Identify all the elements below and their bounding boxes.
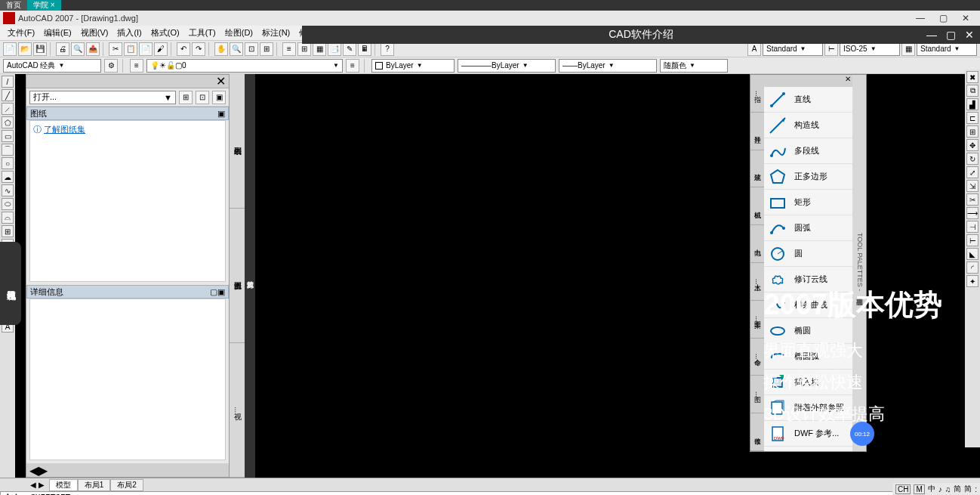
scale-icon[interactable]: ⤢: [966, 166, 978, 178]
ellipse-icon[interactable]: ⬭: [2, 198, 14, 210]
fillet-icon[interactable]: ◜: [966, 261, 978, 274]
tool-arc[interactable]: 圆弧: [764, 215, 852, 241]
vtab-sheet-list[interactable]: 图纸列表: [230, 74, 245, 209]
move-icon[interactable]: ✥: [966, 139, 978, 151]
array-icon[interactable]: ⊞: [966, 125, 978, 138]
close-button[interactable]: ✕: [954, 11, 977, 26]
sheet-tool1-button[interactable]: ⊞: [179, 91, 193, 104]
menu-dimension[interactable]: 标注(N): [257, 27, 294, 39]
autohide-left-icon[interactable]: ◀▶: [29, 463, 48, 478]
layer-props-button[interactable]: ≡: [130, 59, 143, 73]
arc-icon[interactable]: ⌒: [2, 144, 14, 156]
revcloud-icon[interactable]: ☁: [2, 171, 14, 183]
mirror-icon[interactable]: ▟: [966, 98, 978, 110]
trim-icon[interactable]: ✂: [966, 193, 978, 206]
workspace-settings-button[interactable]: ⚙: [104, 59, 118, 73]
calc-button[interactable]: 🖩: [358, 42, 371, 56]
tool-polygon[interactable]: 正多边形: [764, 164, 852, 190]
ptab-4[interactable]: 电力: [750, 225, 764, 263]
plotstyle-combo[interactable]: 随颜色▼: [660, 59, 728, 73]
minimize-button[interactable]: —: [909, 11, 932, 26]
explode-icon[interactable]: ✦: [966, 275, 978, 287]
match-button[interactable]: 🖌: [154, 42, 168, 56]
menu-draw[interactable]: 绘图(D): [220, 27, 257, 39]
design-center-button[interactable]: ⊞: [297, 42, 311, 56]
sheet-open-combo[interactable]: 打开...▼: [29, 91, 176, 104]
text-style-icon[interactable]: A: [747, 42, 761, 56]
undo-button[interactable]: ↶: [177, 42, 190, 56]
print-button[interactable]: 🖨: [56, 42, 69, 56]
color-combo[interactable]: ByLayer▼: [371, 59, 455, 73]
preview-button[interactable]: 🔍: [71, 42, 85, 56]
sheet-tool2-button[interactable]: ⊡: [196, 91, 209, 104]
xline-icon[interactable]: ╱: [2, 89, 14, 101]
learn-sheet-sets-link[interactable]: 了解图纸集: [44, 125, 85, 134]
properties-button[interactable]: ≡: [282, 42, 296, 56]
browser-tab-home[interactable]: 首页: [0, 0, 27, 11]
palette-close-icon[interactable]: ✕: [845, 75, 851, 87]
menu-insert[interactable]: 插入(I): [112, 27, 146, 39]
menu-file[interactable]: 文件(F): [3, 27, 39, 39]
tool-xline[interactable]: 构造线: [764, 113, 852, 138]
tool-pline[interactable]: 多段线: [764, 138, 852, 164]
dim-style-icon[interactable]: ⊢: [824, 42, 838, 56]
lineweight-combo[interactable]: —— ByLayer▼: [559, 59, 657, 73]
menu-edit[interactable]: 编辑(E): [39, 27, 76, 39]
rect-icon[interactable]: ▭: [2, 130, 14, 142]
table-style-combo[interactable]: Standard▼: [917, 42, 977, 56]
vtab-view[interactable]: 视...: [230, 343, 245, 478]
menu-tools[interactable]: 工具(T): [184, 27, 220, 39]
panel-close-icon[interactable]: ✕: [216, 74, 226, 88]
cut-button[interactable]: ✂: [109, 42, 122, 56]
workspace-combo[interactable]: AutoCAD 经典▼: [3, 59, 101, 73]
ptab-9[interactable]: 修改: [750, 413, 764, 451]
copy-obj-icon[interactable]: ⧉: [966, 85, 978, 97]
pline-icon[interactable]: ⟋: [2, 103, 14, 115]
browser-tab-college[interactable]: 学院 ×: [27, 0, 61, 11]
insert-icon[interactable]: ⊞: [2, 225, 14, 237]
copy-button[interactable]: 📋: [124, 42, 137, 56]
extend-icon[interactable]: ⟶: [966, 207, 978, 219]
ptab-8[interactable]: 图...: [750, 376, 764, 413]
video-close-icon[interactable]: ✕: [965, 29, 974, 41]
erase-icon[interactable]: ✖: [966, 71, 978, 83]
ptab-7[interactable]: 命令...: [750, 339, 764, 376]
chamfer-icon[interactable]: ◣: [966, 248, 978, 260]
status-jian1[interactable]: 简: [954, 484, 961, 494]
offset-icon[interactable]: ⊏: [966, 112, 978, 124]
video-maximize-icon[interactable]: ▢: [946, 29, 956, 41]
markup-button[interactable]: ✎: [343, 42, 356, 56]
publish-button[interactable]: 📤: [86, 42, 100, 56]
promo-side-tab[interactable]: 领腾讯视频礼包: [0, 242, 21, 325]
stretch-icon[interactable]: ⇲: [966, 180, 978, 192]
break-icon[interactable]: ⊣: [966, 221, 978, 233]
tab-layout1[interactable]: 布局1: [78, 479, 111, 491]
ptab-5[interactable]: 土木...: [750, 263, 764, 301]
tab-model[interactable]: 模型: [49, 479, 78, 491]
ptab-2[interactable]: 建筑: [750, 150, 764, 188]
tab-layout2[interactable]: 布局2: [110, 479, 143, 491]
table-style-icon[interactable]: ▦: [901, 42, 915, 56]
ptab-3[interactable]: 机械: [750, 187, 764, 225]
zoom-window-button[interactable]: ⊡: [245, 42, 258, 56]
sheet-set-button[interactable]: 📑: [328, 42, 341, 56]
status-m[interactable]: M: [914, 484, 924, 494]
status-ch[interactable]: CH: [895, 484, 911, 494]
sheet-drawings-list[interactable]: ⓘ 了解图纸集: [29, 120, 226, 282]
maximize-button[interactable]: ▢: [932, 11, 954, 26]
line-icon[interactable]: /: [2, 76, 14, 88]
sheet-tool3-button[interactable]: ▣: [212, 91, 226, 104]
view1-icon[interactable]: ▢: [210, 287, 217, 296]
view2-icon[interactable]: ▣: [217, 287, 225, 296]
status-note1[interactable]: ♪: [938, 485, 942, 493]
tool-palettes-button[interactable]: ▦: [313, 42, 326, 56]
pan-button[interactable]: ✋: [214, 42, 228, 56]
menu-view[interactable]: 视图(V): [76, 27, 113, 39]
tool-rectangle[interactable]: 矩形: [764, 190, 852, 215]
tool-circle[interactable]: 圆: [764, 241, 852, 267]
status-zhong[interactable]: 中: [928, 484, 935, 494]
sheet-section-details[interactable]: 详细信息 ▢▣: [26, 285, 229, 299]
zoom-button[interactable]: 🔍: [230, 42, 243, 56]
ellipse-arc-icon[interactable]: ⌓: [2, 212, 14, 224]
save-button[interactable]: 💾: [33, 42, 47, 56]
